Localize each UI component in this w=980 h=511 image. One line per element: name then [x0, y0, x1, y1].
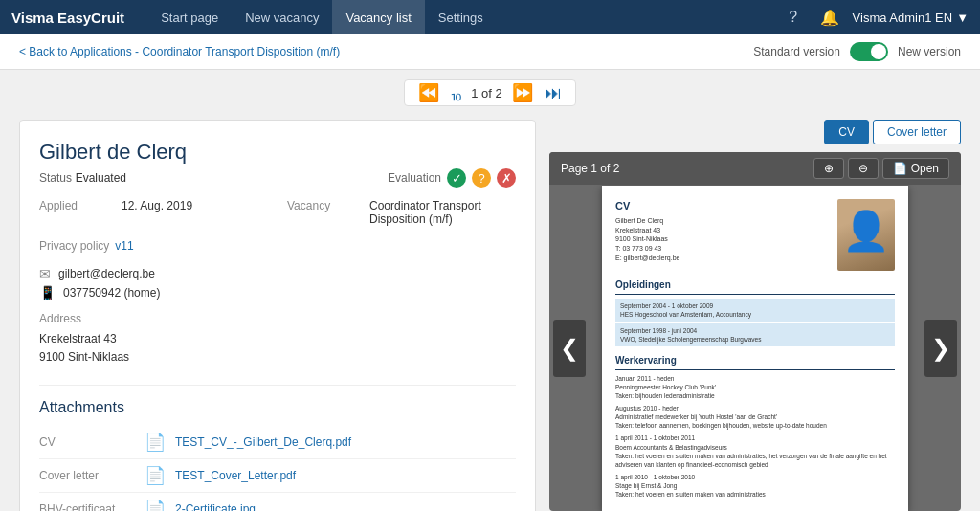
email-value: gilbert@declerq.be [58, 267, 155, 280]
cv-doc-city: 9100 Sint-Niklaas [615, 234, 679, 244]
email-icon: ✉ [39, 266, 51, 281]
privacy-link[interactable]: v11 [115, 239, 133, 253]
attachment-type-cv: CV [39, 435, 135, 449]
cv-work-title: Werkervaring [615, 354, 895, 370]
attachments-list: CV 📄 TEST_CV_-_Gilbert_De_Clerq.pdf Cove… [39, 426, 516, 511]
cv-page-label: Page 1 of 2 [561, 162, 619, 175]
brand-label: Visma EasyCruit [11, 10, 124, 26]
status-label: Status [39, 171, 72, 185]
top-navigation: Visma EasyCruit Start page New vacancy V… [0, 0, 980, 34]
user-chevron-icon: ▼ [956, 11, 969, 25]
phone-value: 037750942 (home) [63, 286, 160, 300]
help-icon[interactable]: ? [780, 4, 807, 31]
zoom-out-icon: ⊖ [858, 162, 868, 175]
cv-viewer-header: Page 1 of 2 ⊕ ⊖ 📄 Open [549, 152, 961, 185]
eval-neutral-button[interactable]: ? [472, 168, 491, 188]
subheader: < Back to Applications - Coordinator Tra… [0, 34, 980, 70]
nav-settings[interactable]: Settings [425, 0, 497, 34]
notifications-icon[interactable]: 🔔 [816, 4, 843, 31]
applied-value: 12. Aug. 2019 [122, 199, 192, 226]
evaluation-label: Evaluation [388, 171, 441, 185]
cv-viewer-toolbar: ⊕ ⊖ 📄 Open [813, 158, 949, 179]
eval-positive-button[interactable]: ✓ [447, 168, 466, 188]
applied-label: Applied [39, 199, 116, 226]
app-brand: Visma EasyCruit [11, 10, 124, 26]
vacancy-value: Coordinator Transport Disposition (m/f) [369, 199, 516, 226]
open-label: Open [911, 162, 939, 175]
back-link[interactable]: < Back to Applications - Coordinator Tra… [19, 45, 340, 58]
cv-doc-email: E: gilbert@declerq.be [615, 254, 679, 263]
tab-cover-letter[interactable]: Cover letter [873, 120, 961, 144]
page-info: 1 of 2 [471, 86, 502, 100]
attachment-type-bhv: BHV-certificaat [39, 502, 135, 511]
cv-edu-row-1: September 2004 - 1 oktober 2009HES Hoges… [615, 299, 895, 322]
open-icon: 📄 [893, 162, 907, 175]
open-button[interactable]: 📄 Open [882, 158, 949, 179]
nav-vacancy-list[interactable]: Vacancy list [332, 0, 424, 34]
status-evaluation-row: Status Evaluated Evaluation ✓ ? ✗ [39, 168, 516, 188]
applicant-info-grid: Applied 12. Aug. 2019 Vacancy Coordinato… [39, 199, 516, 226]
version-toggle: Standard version New version [753, 42, 961, 61]
privacy-row: Privacy policy v11 [39, 239, 516, 253]
cv-edu-row-2: September 1998 - juni 2004VWO, Stedelijk… [615, 323, 895, 346]
cv-doc-person-name: Gilbert De Clerq [615, 216, 679, 226]
attachment-row-cv: CV 📄 TEST_CV_-_Gilbert_De_Clerq.pdf [39, 426, 516, 459]
user-label: Visma Admin1 EN [853, 11, 953, 25]
cv-tabs: CV Cover letter [549, 120, 961, 144]
address-block: Address Krekelstraat 43 9100 Sint-Niklaa… [39, 310, 516, 367]
version-toggle-switch[interactable] [850, 42, 888, 61]
standard-version-label: Standard version [753, 45, 840, 58]
viewer-prev-arrow[interactable]: ❮ [553, 320, 586, 377]
attachment-row-cover: Cover letter 📄 TEST_Cover_Letter.pdf [39, 459, 516, 493]
cv-work-row-4: 1 april 2010 - 1 oktober 2010 Stage bij … [615, 473, 895, 499]
vacancy-label: Vacancy [287, 199, 364, 226]
first-page-button[interactable]: ⏪ [416, 84, 441, 101]
page-current: 1 [471, 86, 478, 100]
nav-start-page[interactable]: Start page [147, 0, 232, 34]
cv-edu-title: Opleidingen [615, 278, 895, 295]
address-label: Address [39, 310, 516, 328]
attachment-link-cv[interactable]: TEST_CV_-_Gilbert_De_Clerq.pdf [175, 435, 351, 449]
main-content: Gilbert de Clerq Status Evaluated Evalua… [0, 110, 980, 511]
cv-doc-header: CV Gilbert De Clerq Krekelstraat 43 9100… [615, 199, 895, 271]
eval-negative-button[interactable]: ✗ [497, 168, 516, 188]
privacy-label: Privacy policy [39, 239, 109, 253]
cv-page-inner: CV Gilbert De Clerq Krekelstraat 43 9100… [602, 186, 908, 511]
cv-viewer: Page 1 of 2 ⊕ ⊖ 📄 Open ❮ [549, 152, 961, 511]
cv-page: CV Gilbert De Clerq Krekelstraat 43 9100… [602, 186, 908, 511]
user-menu[interactable]: Visma Admin1 EN ▼ [853, 11, 969, 25]
attachment-pdf-icon-cv: 📄 [145, 432, 166, 453]
address-line1: Krekelstraat 43 [39, 330, 516, 348]
pagination-inner: ⏪ ⏨ 1 of 2 ⏩ ⏭ [404, 79, 576, 106]
zoom-out-button[interactable]: ⊖ [848, 158, 879, 179]
zoom-in-button[interactable]: ⊕ [813, 158, 844, 179]
cv-work-row-1: Januari 2011 - heden Penningmeester Hock… [615, 374, 895, 400]
applied-row: Applied 12. Aug. 2019 [39, 199, 268, 226]
viewer-next-arrow[interactable]: ❯ [924, 320, 957, 377]
cv-doc-phone: T: 03 773 09 43 [615, 244, 679, 254]
zoom-in-icon: ⊕ [824, 162, 834, 175]
nav-links: Start page New vacancy Vacancy list Sett… [147, 0, 779, 34]
phone-icon: 📱 [39, 285, 56, 300]
email-row: ✉ gilbert@declerq.be [39, 266, 516, 281]
tab-cv[interactable]: CV [824, 120, 869, 144]
nav-new-vacancy[interactable]: New vacancy [232, 0, 332, 34]
prev-page-button[interactable]: ⏨ [449, 84, 463, 101]
attachment-row-bhv: BHV-certificaat 📄 2-Certificate.jpg [39, 493, 516, 511]
last-page-button[interactable]: ⏭ [543, 84, 564, 101]
page-total: 2 [496, 86, 502, 100]
attachment-type-cover: Cover letter [39, 469, 135, 482]
cv-photo [837, 199, 895, 271]
next-page-button[interactable]: ⏩ [510, 84, 535, 101]
cv-work-row-2: Augustus 2010 - heden Administratief med… [615, 404, 895, 430]
pagination-bar: ⏪ ⏨ 1 of 2 ⏩ ⏭ [0, 70, 980, 110]
cv-doc-address: Krekelstraat 43 [615, 226, 679, 235]
evaluation-section: Evaluation ✓ ? ✗ [388, 168, 516, 188]
attachment-link-bhv[interactable]: 2-Certificate.jpg [175, 502, 256, 511]
attachment-link-cover[interactable]: TEST_Cover_Letter.pdf [175, 469, 296, 482]
nav-right: ? 🔔 Visma Admin1 EN ▼ [780, 4, 969, 31]
cv-work-row-3: 1 april 2011 - 1 oktober 2011 Boem Accou… [615, 433, 895, 468]
address-line2: 9100 Sint-Niklaas [39, 348, 516, 367]
status-value: Evaluated [76, 171, 126, 185]
cv-doc-label: CV [615, 199, 679, 213]
